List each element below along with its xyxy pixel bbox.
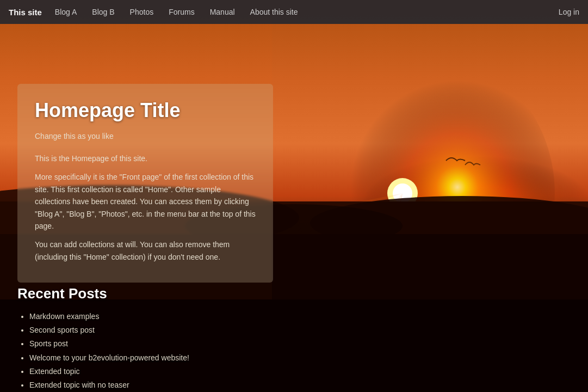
hero-paragraph-2: More specifically it is the "Front page"… — [35, 171, 256, 232]
post-item-5[interactable]: Extended topic with no teaser — [29, 378, 294, 392]
navbar: This site Blog A Blog B Photos Forums Ma… — [0, 0, 588, 24]
nav-link-about[interactable]: About this site — [250, 8, 298, 16]
nav-links: Blog A Blog B Photos Forums Manual About… — [55, 8, 559, 16]
hero-paragraph-1: This is the Homepage of this site. — [35, 152, 256, 164]
recent-posts-title: Recent Posts — [17, 285, 294, 302]
hero-card: Homepage Title Change this as you like T… — [17, 84, 273, 283]
post-item-2[interactable]: Sports post — [29, 337, 294, 351]
post-item-1[interactable]: Second sports post — [29, 323, 294, 337]
post-item-4[interactable]: Extended topic — [29, 365, 294, 378]
hero-paragraph-3: You can add collections at will. You can… — [35, 238, 256, 263]
hero-title: Homepage Title — [35, 99, 256, 122]
nav-link-forums[interactable]: Forums — [169, 8, 194, 16]
nav-link-photos[interactable]: Photos — [130, 8, 154, 16]
post-item-3[interactable]: Welcome to your b2evolution-powered webs… — [29, 351, 294, 365]
content-area: Homepage Title Change this as you like T… — [0, 24, 588, 392]
nav-link-manual[interactable]: Manual — [210, 8, 235, 16]
posts-list: Markdown examples Second sports post Spo… — [17, 310, 294, 392]
login-link[interactable]: Log in — [559, 8, 579, 16]
hero-subtitle: Change this as you like — [35, 132, 256, 140]
nav-link-blog-a[interactable]: Blog A — [55, 8, 77, 16]
post-item-0[interactable]: Markdown examples — [29, 310, 294, 323]
recent-posts-section: Recent Posts Markdown examples Second sp… — [17, 285, 294, 392]
nav-link-blog-b[interactable]: Blog B — [92, 8, 114, 16]
nav-brand[interactable]: This site — [9, 8, 42, 17]
